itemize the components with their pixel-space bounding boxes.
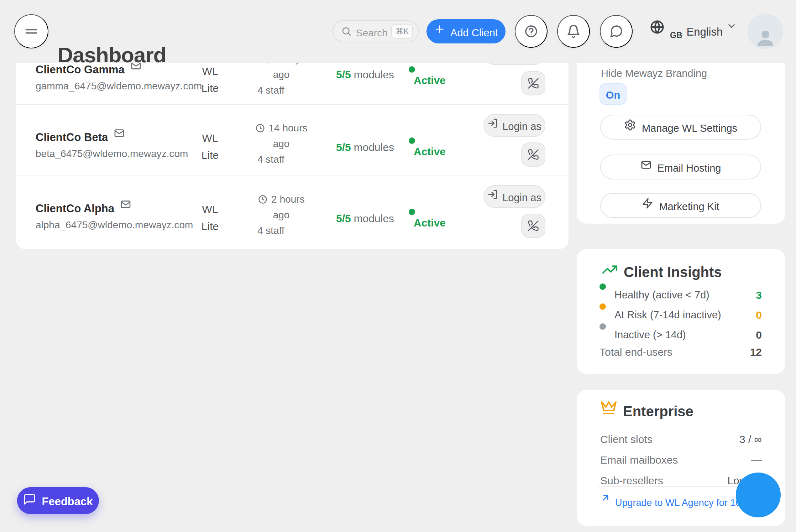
- login-icon: [487, 118, 498, 129]
- mail-icon: [640, 159, 652, 171]
- client-staff-count: 4 staff: [255, 223, 308, 239]
- help-button[interactable]: [515, 15, 548, 48]
- floating-action-button[interactable]: [736, 473, 781, 517]
- client-email: gamma_6475@wldemo.mewayz.com: [36, 79, 202, 93]
- call-disabled-button[interactable]: [521, 214, 545, 238]
- hide-branding-label: Hide Mewayz Branding: [601, 68, 707, 79]
- language-label: English: [682, 18, 723, 38]
- client-name-block: ClientCo Gamma gamma_6475@wldemo.mewayz.…: [36, 63, 202, 93]
- client-activity: 14 hours ago 4 staff: [255, 120, 308, 167]
- mail-icon[interactable]: [114, 127, 125, 139]
- status-dot: [409, 209, 415, 215]
- chevron-down-icon: [723, 18, 737, 31]
- login-as-button[interactable]: Login as: [483, 114, 545, 137]
- call-disabled-button[interactable]: [521, 142, 545, 167]
- language-selector[interactable]: GB English: [649, 18, 737, 40]
- insights-title: Client Insights: [624, 264, 722, 280]
- dashboard-page: ClientCo Gamma gamma_6475@wldemo.mewayz.…: [0, 0, 796, 532]
- clock-icon: [258, 194, 268, 204]
- trending-up-icon: [602, 261, 618, 278]
- sub-resellers-row: Sub-resellers Locked: [600, 475, 762, 487]
- page-title: Dashboard: [58, 43, 166, 67]
- client-email: beta_6475@wldemo.mewayz.com: [36, 147, 188, 161]
- client-staff-count: 4 staff: [255, 83, 308, 98]
- client-name: ClientCo Beta: [36, 131, 108, 144]
- phone-off-icon: [528, 220, 539, 231]
- zap-icon: [642, 198, 653, 209]
- status-badge: Active: [409, 209, 446, 230]
- at-risk-dot-icon: [599, 303, 606, 310]
- client-email: alpha_6475@wldemo.mewayz.com: [36, 218, 193, 232]
- arrow-up-right-icon: [600, 492, 611, 503]
- feedback-chat-icon: [23, 493, 36, 506]
- user-icon: [754, 26, 777, 49]
- menu-icon: [23, 24, 39, 39]
- marketing-kit-button[interactable]: Marketing Kit: [600, 193, 761, 218]
- client-name: ClientCo Alpha: [36, 202, 114, 215]
- globe-icon: [649, 18, 665, 35]
- row-divider: [16, 104, 569, 105]
- status-dot: [409, 66, 415, 73]
- plus-icon: [434, 24, 445, 35]
- client-slots-row: Client slots 3 / ∞: [600, 433, 762, 445]
- menu-button[interactable]: [14, 14, 48, 48]
- mail-icon[interactable]: [120, 199, 131, 210]
- healthy-dot-icon: [599, 283, 606, 290]
- search-input[interactable]: [352, 24, 391, 39]
- status-badge: Active: [409, 66, 446, 88]
- help-icon: [524, 24, 538, 38]
- client-plan: WLLite: [194, 201, 226, 235]
- status-dot: [409, 137, 415, 144]
- feedback-button[interactable]: Feedback: [17, 487, 99, 514]
- status-badge: Active: [409, 137, 446, 159]
- crown-icon: [600, 399, 617, 416]
- call-disabled-button[interactable]: [521, 71, 545, 95]
- email-mailboxes-row: Email mailboxes —: [600, 454, 762, 466]
- language-code: GB: [665, 18, 682, 40]
- avatar[interactable]: [748, 14, 783, 49]
- client-activity: 2 hours ago 4 staff: [255, 192, 308, 239]
- search-icon: [341, 26, 352, 37]
- phone-off-icon: [528, 149, 539, 160]
- client-plan: WLLite: [194, 130, 226, 164]
- inactive-dot-icon: [599, 323, 606, 330]
- bell-icon: [566, 24, 581, 38]
- clock-icon: [255, 123, 265, 133]
- manage-wl-settings-button[interactable]: Manage WL Settings: [600, 115, 761, 140]
- top-bar: Dashboard ⌘K Add Client GB English: [0, 0, 796, 63]
- client-name-block: ClientCo Beta beta_6475@wldemo.mewayz.co…: [36, 130, 188, 161]
- chat-icon: [609, 24, 623, 38]
- add-client-button[interactable]: Add Client: [426, 19, 506, 43]
- search-box[interactable]: ⌘K: [332, 20, 419, 42]
- total-end-users-row: Total end-users 12: [599, 346, 762, 358]
- login-as-button[interactable]: Login as: [483, 185, 545, 208]
- email-hosting-button[interactable]: Email Hosting: [600, 155, 761, 179]
- client-insights-card: Client Insights Healthy (active < 7d) 3 …: [577, 249, 785, 374]
- search-shortcut: ⌘K: [391, 24, 413, 39]
- gear-icon: [624, 119, 636, 131]
- row-divider: [16, 176, 569, 176]
- phone-off-icon: [528, 78, 539, 89]
- client-plan: WLLite: [194, 63, 226, 97]
- notifications-button[interactable]: [557, 15, 590, 48]
- client-staff-count: 4 staff: [255, 152, 308, 167]
- enterprise-title: Enterprise: [623, 403, 693, 419]
- client-name-block: ClientCo Alpha alpha_6475@wldemo.mewayz.…: [36, 202, 193, 232]
- messages-button[interactable]: [600, 15, 633, 48]
- login-icon: [487, 189, 498, 200]
- branding-toggle[interactable]: On: [599, 83, 627, 105]
